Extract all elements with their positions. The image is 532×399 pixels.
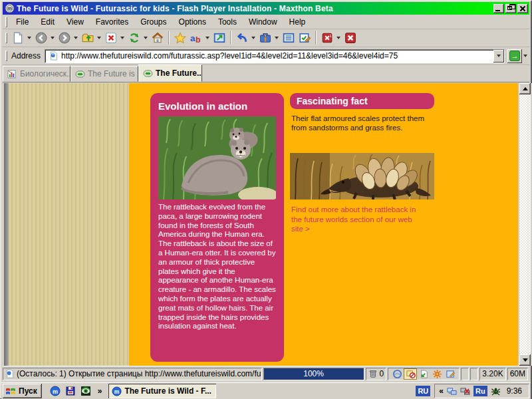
folder-up-icon bbox=[82, 32, 94, 44]
stop-icon bbox=[105, 32, 117, 44]
stop-dropdown[interactable] bbox=[120, 37, 124, 39]
close-button[interactable] bbox=[517, 4, 528, 13]
tools-button[interactable] bbox=[257, 30, 273, 46]
form-fill-button[interactable] bbox=[281, 30, 297, 46]
system-tray: « Ru 9:36 bbox=[434, 384, 529, 398]
menu-help[interactable]: Help bbox=[283, 15, 312, 29]
menu-file[interactable]: File bbox=[10, 15, 35, 29]
menubar-grip[interactable] bbox=[5, 17, 7, 27]
page-striped-background bbox=[9, 83, 129, 366]
edit-page-toggle[interactable] bbox=[444, 368, 457, 380]
trash-panel[interactable]: 0 bbox=[366, 368, 387, 380]
restore-button[interactable] bbox=[505, 4, 516, 13]
go-arrow-icon: → bbox=[509, 51, 520, 61]
undo-dropdown[interactable] bbox=[251, 37, 255, 39]
translate-button[interactable]: a b bbox=[188, 30, 204, 46]
popup-blocker-toggle[interactable] bbox=[404, 368, 417, 380]
address-input[interactable]: http://www.thefutureiswild.com/futurassi… bbox=[45, 49, 505, 63]
fact-header: Fascinating fact bbox=[290, 93, 434, 109]
tab-future-is-wild-1[interactable]: The Future is ... bbox=[70, 66, 138, 82]
scroll-up-button[interactable] bbox=[519, 83, 531, 94]
back-dropdown[interactable] bbox=[51, 37, 55, 39]
forward-icon bbox=[59, 32, 70, 44]
title-bar[interactable]: m The Future is Wild - Futurassic for ki… bbox=[3, 2, 529, 15]
tray-clock: 9:36 bbox=[504, 386, 525, 396]
tab-biological[interactable]: Биологическ... bbox=[3, 66, 70, 82]
close-tab-dropdown[interactable] bbox=[336, 37, 340, 39]
favorites-button[interactable] bbox=[172, 30, 188, 46]
tools-dropdown[interactable] bbox=[275, 37, 279, 39]
addressbar-grip[interactable] bbox=[5, 51, 7, 61]
notes-button[interactable] bbox=[297, 30, 313, 46]
network-icon[interactable] bbox=[447, 386, 457, 396]
flash-icon bbox=[432, 369, 442, 379]
refresh-dropdown[interactable] bbox=[144, 37, 148, 39]
vertical-scrollbar[interactable] bbox=[519, 83, 531, 366]
page-favicon bbox=[49, 51, 59, 61]
language-indicator[interactable]: RU bbox=[416, 386, 430, 396]
fact-text: Their flat armoured scales protect them … bbox=[291, 114, 432, 132]
scroll-down-button[interactable] bbox=[519, 354, 531, 366]
start-label: Пуск bbox=[19, 386, 37, 396]
open-folder-button[interactable] bbox=[80, 30, 96, 46]
forward-button[interactable] bbox=[57, 30, 72, 46]
connection-icon bbox=[392, 369, 402, 379]
eye-viewer-icon[interactable] bbox=[80, 386, 91, 396]
menu-options[interactable]: Options bbox=[173, 15, 212, 29]
go-button[interactable]: → bbox=[507, 49, 522, 63]
fact-link[interactable]: Find out more about the rattleback in th… bbox=[291, 205, 424, 234]
task-button-future-is-wild[interactable]: m The Future is Wild - F... bbox=[108, 384, 216, 398]
status-bar: (Осталось: 1) Открытие страницы http://w… bbox=[3, 366, 529, 381]
open-external-button[interactable] bbox=[211, 30, 227, 46]
windows-taskbar: Пуск m » m The Fu bbox=[1, 382, 531, 399]
new-page-dropdown[interactable] bbox=[27, 37, 31, 39]
stop-button[interactable] bbox=[103, 30, 119, 46]
network-disconnected-icon[interactable] bbox=[460, 386, 470, 396]
svg-text:m: m bbox=[114, 388, 120, 394]
flash-toggle[interactable] bbox=[430, 368, 444, 380]
close-all-button[interactable] bbox=[342, 30, 358, 46]
tray-collapse-chevron[interactable]: « bbox=[439, 386, 444, 396]
minimize-button[interactable] bbox=[493, 4, 504, 13]
scroll-down-icon bbox=[523, 358, 528, 362]
close-tab-button[interactable]: 1 bbox=[319, 30, 335, 46]
go-dropdown[interactable] bbox=[523, 55, 527, 57]
translate-dropdown[interactable] bbox=[205, 37, 209, 39]
menu-groups[interactable]: Groups bbox=[134, 15, 172, 29]
scroll-up-icon bbox=[523, 87, 528, 90]
open-folder-dropdown[interactable] bbox=[97, 37, 101, 39]
futureiswild-favicon bbox=[143, 69, 153, 78]
undo-button[interactable] bbox=[234, 30, 250, 46]
status-spacer-panel bbox=[470, 368, 478, 380]
notes-pencil-icon bbox=[299, 32, 311, 44]
window-title: The Future is Wild - Futurassic for kids… bbox=[17, 4, 493, 13]
connection-toggle[interactable] bbox=[390, 368, 404, 380]
home-button[interactable] bbox=[150, 30, 166, 46]
menu-view[interactable]: View bbox=[61, 15, 90, 29]
fact-title: Fascinating fact bbox=[297, 96, 368, 106]
back-button[interactable] bbox=[33, 30, 49, 46]
status-message-panel: (Осталось: 1) Открытие страницы http://w… bbox=[3, 368, 262, 380]
menu-edit[interactable]: Edit bbox=[35, 15, 61, 29]
start-button[interactable]: Пуск bbox=[3, 384, 42, 398]
menu-favorites[interactable]: Favorites bbox=[90, 15, 134, 29]
translate-icon: a b bbox=[190, 32, 202, 44]
tray-language-indicator[interactable]: Ru bbox=[473, 386, 487, 396]
star-icon bbox=[174, 32, 186, 44]
floppy-save-icon[interactable] bbox=[65, 386, 76, 396]
new-page-button[interactable] bbox=[10, 30, 26, 46]
menu-window[interactable]: Window bbox=[243, 15, 283, 29]
antivirus-spider-icon[interactable] bbox=[491, 386, 501, 396]
refresh-button[interactable] bbox=[126, 30, 142, 46]
maxthon-task-icon: m bbox=[112, 386, 122, 396]
svg-text:1: 1 bbox=[329, 34, 331, 38]
maxthon-app-icon: m bbox=[5, 3, 15, 13]
address-history-dropdown[interactable] bbox=[493, 50, 504, 63]
tab-future-is-wild-active[interactable]: The Future... bbox=[138, 65, 202, 82]
forward-dropdown[interactable] bbox=[74, 37, 78, 39]
download-toggle[interactable] bbox=[417, 368, 430, 380]
quick-launch-overflow[interactable]: » bbox=[98, 386, 102, 396]
menu-tools[interactable]: Tools bbox=[212, 15, 243, 29]
maxthon-quicklaunch-icon[interactable]: m bbox=[50, 386, 61, 396]
toolbar-grip[interactable] bbox=[5, 33, 7, 43]
